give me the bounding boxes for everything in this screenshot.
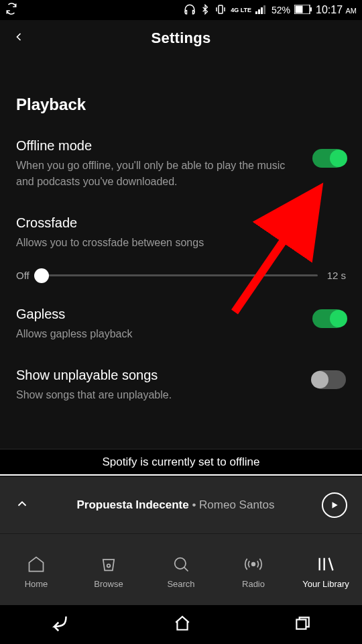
nav-home[interactable]: Home — [0, 555, 72, 589]
nav-label: Search — [167, 579, 194, 589]
setting-desc: Show songs that are unplayable. — [16, 387, 299, 403]
crossfade-slider[interactable] — [39, 274, 318, 276]
svg-rect-7 — [310, 7, 312, 11]
svg-point-11 — [252, 562, 255, 566]
setting-title: Show unplayable songs — [16, 368, 299, 383]
offline-banner-text: Spotify is currently set to offline — [103, 455, 260, 469]
battery-percent: 52% — [272, 5, 290, 15]
page-title: Settings — [151, 30, 210, 47]
play-button[interactable] — [322, 492, 347, 518]
svg-rect-0 — [219, 5, 223, 13]
header: Settings — [0, 20, 362, 56]
slider-max-label: 12 s — [327, 270, 346, 281]
bluetooth-icon — [200, 4, 210, 17]
bottom-nav: Home Browse Search Radio Your Library — [0, 534, 362, 605]
play-icon — [330, 500, 339, 510]
android-back-button[interactable] — [51, 613, 71, 636]
svg-rect-3 — [261, 7, 263, 14]
section-title-playback: Playback — [16, 95, 346, 114]
nav-your-library[interactable]: Your Library — [290, 555, 362, 589]
unplayable-toggle[interactable] — [312, 370, 346, 389]
nav-search[interactable]: Search — [145, 555, 217, 589]
vibrate-icon — [215, 3, 227, 17]
search-icon — [172, 555, 190, 574]
network-type-label: 4G LTE — [231, 7, 251, 13]
radio-icon — [244, 555, 263, 574]
settings-content: Playback Offline mode When you go offlin… — [0, 95, 362, 403]
setting-gapless: Gapless Allows gapless playback — [16, 307, 346, 342]
setting-title: Crossfade — [16, 215, 346, 231]
svg-rect-12 — [296, 620, 306, 629]
offline-mode-toggle[interactable] — [312, 149, 346, 168]
svg-rect-1 — [255, 11, 257, 14]
setting-crossfade: Crossfade Allows you to crossfade betwee… — [16, 215, 346, 281]
signal-icon — [255, 5, 267, 16]
now-playing-bar[interactable]: Propuesta Indecente • Romeo Santos — [0, 476, 362, 534]
setting-title: Offline mode — [16, 138, 299, 154]
setting-desc: Allows you to crossfade between songs — [16, 235, 346, 251]
nav-browse[interactable]: Browse — [72, 555, 145, 589]
gapless-toggle[interactable] — [312, 309, 346, 328]
android-nav-bar — [0, 605, 362, 644]
setting-offline-mode: Offline mode When you go offline, you'll… — [16, 138, 346, 190]
setting-desc: When you go offline, you'll only be able… — [16, 158, 299, 190]
svg-point-9 — [107, 564, 111, 568]
browse-icon — [99, 555, 118, 574]
back-button[interactable] — [12, 30, 25, 46]
nav-label: Radio — [242, 579, 265, 589]
clock-time: 10:17 AM — [316, 4, 357, 16]
offline-banner: Spotify is currently set to offline — [0, 449, 362, 476]
setting-show-unplayable: Show unplayable songs Show songs that ar… — [16, 368, 346, 403]
svg-rect-4 — [263, 5, 265, 14]
nav-radio[interactable]: Radio — [217, 555, 290, 589]
nav-label: Browse — [94, 579, 123, 589]
expand-player-icon[interactable] — [15, 496, 29, 514]
sync-icon — [5, 3, 17, 17]
android-recents-button[interactable] — [294, 614, 311, 635]
home-icon — [27, 555, 46, 574]
library-icon — [316, 555, 335, 574]
svg-rect-6 — [296, 5, 303, 13]
nav-label: Home — [25, 579, 48, 589]
android-home-button[interactable] — [174, 614, 191, 635]
headphones-icon — [184, 3, 196, 17]
battery-icon — [294, 5, 312, 16]
svg-rect-2 — [258, 9, 260, 14]
track-artist: Romeo Santos — [199, 498, 274, 511]
setting-desc: Allows gapless playback — [16, 326, 299, 342]
slider-thumb[interactable] — [34, 268, 49, 283]
setting-title: Gapless — [16, 307, 299, 322]
nav-label: Your Library — [302, 579, 349, 589]
slider-min-label: Off — [16, 270, 29, 281]
track-title: Propuesta Indecente — [76, 498, 188, 511]
status-bar: 4G LTE 52% 10:17 AM — [0, 0, 362, 20]
svg-point-10 — [175, 557, 186, 568]
now-playing-text: Propuesta Indecente • Romeo Santos — [43, 498, 308, 512]
